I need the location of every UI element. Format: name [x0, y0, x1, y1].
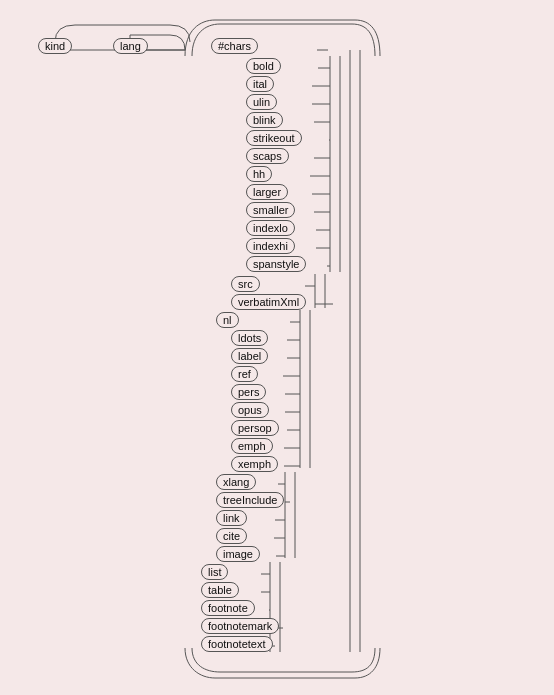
src-node[interactable]: src — [231, 276, 260, 292]
lang-node[interactable]: lang — [113, 38, 148, 54]
verbatimXml-node[interactable]: verbatimXml — [231, 294, 306, 310]
ref-node[interactable]: ref — [231, 366, 258, 382]
footnotetext-node[interactable]: footnotetext — [201, 636, 273, 652]
indexhi-node[interactable]: indexhi — [246, 238, 295, 254]
indexlo-node[interactable]: indexlo — [246, 220, 295, 236]
treeInclude-node[interactable]: treeInclude — [216, 492, 284, 508]
footnotemark-node[interactable]: footnotemark — [201, 618, 279, 634]
spanstyle-node[interactable]: spanstyle — [246, 256, 306, 272]
chars-node[interactable]: #chars — [211, 38, 258, 54]
smaller-node[interactable]: smaller — [246, 202, 295, 218]
nl-node[interactable]: nl — [216, 312, 239, 328]
ital-node[interactable]: ital — [246, 76, 274, 92]
label-node[interactable]: label — [231, 348, 268, 364]
xlang-node[interactable]: xlang — [216, 474, 256, 490]
pers-node[interactable]: pers — [231, 384, 266, 400]
image-node[interactable]: image — [216, 546, 260, 562]
blink-node[interactable]: blink — [246, 112, 283, 128]
emph-node[interactable]: emph — [231, 438, 273, 454]
ldots-node[interactable]: ldots — [231, 330, 268, 346]
persop-node[interactable]: persop — [231, 420, 279, 436]
connector-lines — [0, 0, 554, 695]
xemph-node[interactable]: xemph — [231, 456, 278, 472]
opus-node[interactable]: opus — [231, 402, 269, 418]
kind-node[interactable]: kind — [38, 38, 72, 54]
larger-node[interactable]: larger — [246, 184, 288, 200]
strikeout-node[interactable]: strikeout — [246, 130, 302, 146]
scaps-node[interactable]: scaps — [246, 148, 289, 164]
footnote-node[interactable]: footnote — [201, 600, 255, 616]
diagram: kind lang #chars bold ital ulin blink st… — [0, 0, 554, 695]
link-node[interactable]: link — [216, 510, 247, 526]
bold-node[interactable]: bold — [246, 58, 281, 74]
hh-node[interactable]: hh — [246, 166, 272, 182]
table-node[interactable]: table — [201, 582, 239, 598]
ulin-node[interactable]: ulin — [246, 94, 277, 110]
cite-node[interactable]: cite — [216, 528, 247, 544]
list-node[interactable]: list — [201, 564, 228, 580]
